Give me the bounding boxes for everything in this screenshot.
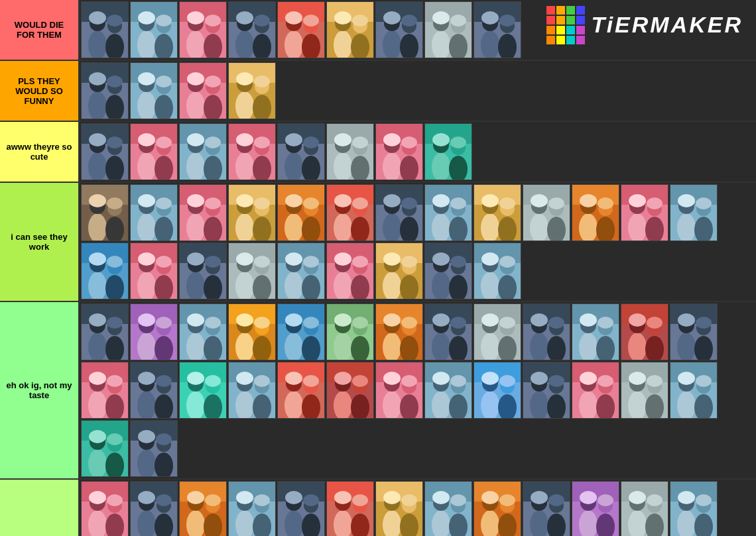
svg-rect-269 — [474, 185, 521, 241]
char-card — [424, 362, 472, 419]
tier-content-b — [80, 122, 756, 182]
svg-rect-539 — [229, 362, 276, 419]
tier-list: WOULD DIE FOR THEM PLS THEY WOULD SO FUN… — [0, 0, 756, 536]
logo-grid — [546, 6, 585, 44]
char-card — [179, 62, 227, 119]
svg-rect-26 — [180, 2, 227, 58]
char-card — [572, 362, 619, 419]
svg-rect-98 — [131, 63, 178, 119]
svg-rect-665 — [180, 482, 227, 536]
tier-label-s: WOULD DIE FOR THEM — [0, 0, 80, 60]
svg-rect-620 — [670, 362, 718, 419]
svg-rect-35 — [229, 2, 276, 58]
char-card — [621, 362, 668, 419]
svg-rect-260 — [425, 185, 472, 241]
svg-rect-584 — [474, 362, 521, 419]
tier-content-c — [80, 183, 756, 301]
svg-rect-548 — [278, 362, 325, 419]
svg-rect-521 — [131, 362, 178, 419]
svg-rect-458 — [425, 304, 472, 360]
svg-rect-314 — [82, 243, 129, 299]
char-card — [228, 1, 276, 58]
svg-rect-746 — [621, 482, 668, 536]
char-card — [81, 184, 129, 241]
svg-rect-332 — [180, 243, 227, 299]
tier-content-a — [80, 61, 756, 121]
char-card — [228, 123, 276, 180]
char-card — [277, 242, 325, 299]
svg-rect-359 — [327, 243, 374, 299]
char-card — [424, 303, 472, 360]
char-card — [130, 1, 178, 58]
svg-rect-107 — [180, 63, 227, 119]
svg-rect-719 — [474, 482, 521, 536]
char-card — [81, 362, 129, 419]
char-card — [81, 303, 129, 360]
svg-rect-17 — [131, 2, 178, 58]
svg-rect-143 — [180, 124, 227, 180]
char-card — [326, 303, 374, 360]
svg-rect-647 — [82, 482, 129, 536]
svg-rect-440 — [327, 304, 374, 360]
svg-rect-134 — [131, 124, 178, 180]
char-card — [130, 420, 178, 477]
tier-label-b: awww theyre so cute — [0, 122, 80, 182]
svg-rect-62 — [376, 2, 423, 58]
svg-rect-638 — [131, 421, 178, 477]
char-card — [670, 184, 718, 241]
char-card — [228, 242, 276, 299]
char-card — [375, 303, 423, 360]
char-card — [375, 1, 423, 58]
char-card — [473, 184, 521, 241]
char-card — [179, 1, 227, 58]
logo-text: TiERMAKER — [592, 12, 743, 38]
svg-rect-251 — [376, 185, 423, 241]
svg-rect-323 — [131, 243, 178, 299]
svg-rect-494 — [621, 304, 668, 360]
svg-rect-233 — [278, 185, 325, 241]
char-card — [277, 481, 325, 536]
char-card — [130, 184, 178, 241]
char-card — [326, 362, 374, 419]
svg-rect-350 — [278, 243, 325, 299]
tier-row-d: eh ok ig, not my taste — [0, 302, 756, 480]
svg-rect-530 — [180, 362, 227, 419]
char-card — [326, 242, 374, 299]
char-card — [228, 481, 276, 536]
char-card — [621, 184, 668, 241]
char-card — [670, 481, 718, 536]
svg-rect-656 — [131, 482, 178, 536]
tier-label-a: PLS THEY WOULD SO FUNNY — [0, 61, 80, 121]
char-card — [473, 362, 521, 419]
svg-rect-431 — [278, 304, 325, 360]
svg-rect-215 — [180, 185, 227, 241]
char-card — [130, 303, 178, 360]
svg-rect-602 — [572, 362, 619, 419]
char-card — [277, 303, 325, 360]
svg-rect-341 — [229, 243, 276, 299]
svg-rect-503 — [670, 304, 718, 360]
char-card — [572, 481, 619, 536]
svg-rect-188 — [425, 124, 472, 180]
svg-rect-737 — [572, 482, 619, 536]
svg-rect-395 — [82, 304, 129, 360]
svg-rect-89 — [82, 63, 129, 119]
char-card — [326, 184, 374, 241]
char-card — [424, 242, 472, 299]
char-card — [81, 481, 129, 536]
svg-rect-683 — [278, 482, 325, 536]
char-card — [326, 123, 374, 180]
svg-rect-161 — [278, 124, 325, 180]
svg-rect-170 — [327, 124, 374, 180]
svg-rect-8 — [82, 2, 129, 58]
svg-rect-629 — [82, 421, 129, 477]
svg-rect-512 — [82, 362, 129, 419]
svg-rect-305 — [670, 185, 718, 241]
svg-rect-53 — [327, 2, 374, 58]
svg-rect-404 — [131, 304, 178, 360]
char-card — [228, 362, 276, 419]
svg-rect-422 — [229, 304, 276, 360]
char-card — [375, 123, 423, 180]
tier-row-e: weird — [0, 480, 756, 536]
svg-rect-116 — [229, 63, 276, 119]
